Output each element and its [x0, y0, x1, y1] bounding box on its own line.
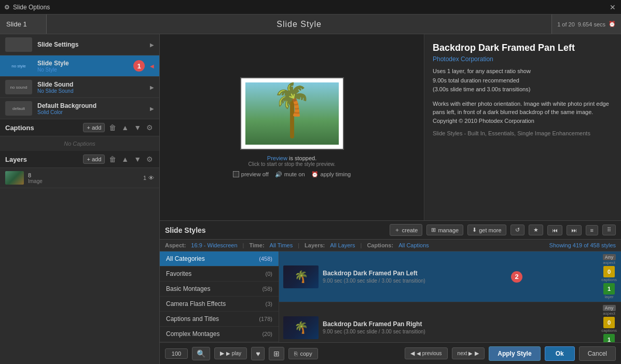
styles-header-actions: ＋ create ⊞ manage ⬇ get more ↺ ★ ⏮ ⏭ — [390, 224, 616, 236]
sidebar-item-slide-sound[interactable]: no sound Slide Sound No Slide Sound ▶ — [0, 77, 159, 98]
add-caption-button[interactable]: + add — [83, 123, 105, 132]
style-item-duration: 9.00 sec (3.00 sec slide / 3.00 sec tran… — [323, 278, 597, 284]
aspect-filter-value[interactable]: 16:9 - Widescreen — [191, 242, 237, 248]
manage-styles-button[interactable]: ⊞ manage — [426, 225, 463, 235]
category-count: (20) — [262, 331, 272, 337]
category-item[interactable]: Basic Montages(58) — [160, 282, 279, 297]
get-more-button[interactable]: ⬇ get more — [467, 225, 506, 235]
list-view-button[interactable]: ≡ — [586, 225, 598, 235]
layer-name: 8 — [28, 172, 139, 178]
thumb-graphic: 🌴 — [294, 270, 308, 284]
preview-image[interactable] — [240, 77, 344, 150]
preview-center[interactable]: Preview is stopped. Click to start or st… — [160, 34, 424, 220]
favorites-button[interactable]: ★ — [529, 225, 543, 235]
layers-badge-label: layer — [604, 295, 613, 299]
search-button[interactable]: 🔍 — [192, 347, 210, 360]
chevron-right-icon-bg: ▶ — [150, 106, 154, 111]
default-bg-text: Default Background Solid Color — [37, 102, 150, 115]
title-bar: ⚙ Slide Options ✕ — [0, 0, 621, 15]
next-nav-button[interactable]: ⏭ — [567, 225, 582, 235]
captions-badge-label: captions — [601, 277, 617, 282]
prev-nav-button[interactable]: ⏮ — [547, 225, 562, 235]
slide-info: 1 of 20 9.654 secs ⏰ — [551, 15, 621, 34]
move-up-caption-button[interactable]: ▲ — [120, 122, 130, 133]
zoom-input[interactable] — [165, 348, 188, 359]
app-icon: ⚙ — [4, 4, 10, 11]
category-name: Camera Flash Effects — [166, 300, 226, 307]
apply-style-button[interactable]: Apply Style — [489, 346, 540, 361]
captions-badge: 0 — [603, 317, 615, 328]
aspect-label: aspect — [603, 260, 615, 265]
category-item[interactable]: Camera Flash Effects(3) — [160, 297, 279, 312]
caption-settings-button[interactable]: ⚙ — [145, 122, 154, 133]
header-title: Slide Style — [47, 15, 551, 34]
captions-actions: + add 🗑 ▲ ▼ ⚙ — [83, 122, 154, 133]
close-button[interactable]: ✕ — [609, 3, 617, 11]
add-layer-button[interactable]: + add — [83, 155, 105, 164]
category-item[interactable]: Captions and Titles(178) — [160, 312, 279, 327]
grid-icon: ⊞ — [431, 227, 436, 233]
move-down-layer-button[interactable]: ▼ — [133, 154, 142, 164]
play-button[interactable]: ▶ ▶ play — [214, 347, 247, 359]
clock-icon: ⏰ — [609, 21, 616, 27]
style-list-item[interactable]: 🌴 Backdrop Dark Framed Pan Right 9.00 se… — [279, 302, 621, 342]
step1-badge: 1 — [133, 60, 145, 72]
captions-filter-value[interactable]: All Captions — [398, 242, 429, 248]
preview-click-hint: Click to start or stop the style preview… — [249, 161, 336, 167]
slide-sound-icon: no sound — [5, 80, 32, 94]
category-item[interactable]: Favorites(0) — [160, 267, 279, 282]
previous-button[interactable]: ◀ ◀ previous — [405, 347, 448, 359]
layer-settings-button[interactable]: ⚙ — [145, 154, 154, 164]
header-row: Slide 1 Slide Style 1 of 20 9.654 secs ⏰ — [0, 15, 621, 34]
move-up-layer-button[interactable]: ▲ — [120, 154, 130, 164]
preview-border — [241, 78, 343, 149]
sidebar-item-default-background[interactable]: default Default Background Solid Color ▶ — [0, 98, 159, 119]
window-title: Slide Options — [13, 4, 50, 11]
cancel-button[interactable]: Cancel — [579, 346, 616, 361]
create-style-button[interactable]: ＋ create — [390, 224, 423, 236]
delete-layer-button[interactable]: 🗑 — [108, 154, 117, 164]
layers-filter-value[interactable]: All Layers — [330, 242, 355, 248]
prev-icon: ◀ — [410, 350, 415, 357]
preview-off-control[interactable]: preview off — [233, 171, 269, 177]
layer-item[interactable]: 8 Image 1 👁 — [0, 168, 159, 188]
layers-header: Layers + add 🗑 ▲ ▼ ⚙ — [0, 151, 159, 168]
captions-filter-label: Captions: — [367, 242, 393, 248]
styles-filter-bar: Aspect: 16:9 - Widescreen | Time: All Ti… — [160, 240, 621, 251]
preview-controls: preview off 🔊 mute on ⏰ apply timing — [233, 171, 351, 178]
sidebar-item-slide-style[interactable]: no style Slide Style No Style 1 ◀ — [0, 55, 159, 77]
copy-button[interactable]: ⎘ copy — [288, 348, 318, 359]
delete-caption-button[interactable]: 🗑 — [108, 122, 117, 133]
grid-view-button[interactable]: ⠿ — [602, 225, 616, 235]
category-name: Complex Montages — [166, 330, 219, 338]
refresh-button[interactable]: ↺ — [510, 225, 525, 235]
chevron-right-icon: ▶ — [150, 42, 154, 48]
ok-button[interactable]: Ok — [545, 346, 575, 361]
category-item[interactable]: All Categories(458) — [160, 251, 279, 267]
chevron-right-icon-sound: ▶ — [150, 85, 154, 90]
slide-style-icon: no style — [5, 59, 32, 73]
style-list-item[interactable]: 🌴 Backdrop Dark Framed Pan Left 9.00 sec… — [279, 251, 621, 302]
preview-stopped: is stopped. — [289, 155, 316, 161]
next-button[interactable]: next ▶ ▶ — [452, 347, 485, 359]
copy-icon: ⎘ — [294, 351, 298, 357]
category-item[interactable]: Complex Montages(20) — [160, 327, 279, 342]
preview-off-checkbox[interactable] — [233, 171, 239, 177]
window-button[interactable]: ⊞ — [269, 347, 284, 360]
apply-timing-control[interactable]: ⏰ apply timing — [311, 171, 351, 178]
slide-duration: 9.654 secs — [578, 21, 605, 27]
category-count: (3) — [266, 301, 272, 307]
styles-content: All Categories(458)Favorites(0)Basic Mon… — [160, 251, 621, 342]
time-filter-label: Time: — [249, 242, 264, 248]
mute-on-control[interactable]: 🔊 mute on — [275, 171, 305, 178]
move-down-caption-button[interactable]: ▼ — [133, 122, 142, 133]
layer-type: Image — [28, 178, 139, 184]
aspect-filter-label: Aspect: — [165, 242, 186, 248]
slide-of-total: 1 of 20 — [557, 21, 575, 27]
sidebar-item-slide-settings[interactable]: Slide Settings ▶ — [0, 34, 159, 55]
layer-number: 1 👁 — [143, 175, 154, 181]
heart-button[interactable]: ♥ — [251, 347, 265, 360]
plus-icon: ＋ — [394, 226, 400, 234]
chevron-right-icon-style: ◀ — [150, 63, 154, 69]
time-filter-value[interactable]: All Times — [270, 242, 293, 248]
